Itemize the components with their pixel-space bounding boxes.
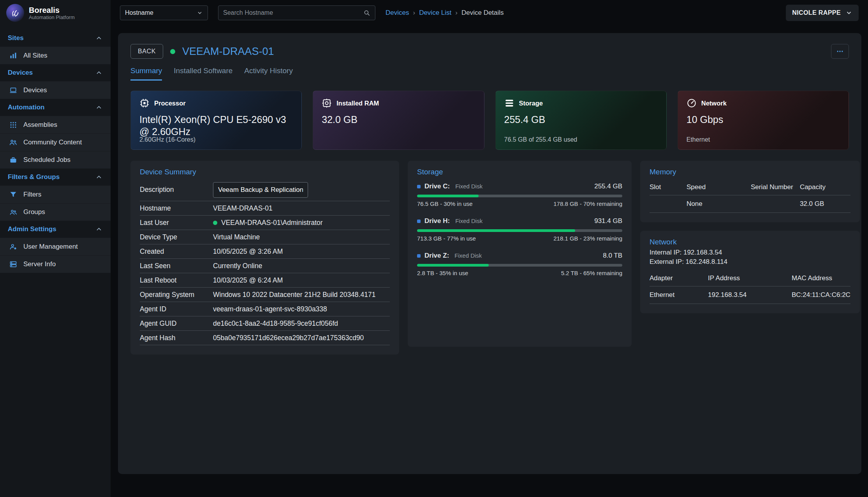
- breadcrumb-devices[interactable]: Devices: [386, 9, 409, 17]
- sidebar-section-devices[interactable]: Devices: [0, 64, 111, 81]
- row-label: Last Reboot: [140, 276, 213, 285]
- section-label: Sites: [8, 34, 24, 42]
- dropdown-value: Hostname: [125, 9, 153, 16]
- sidebar-item-scheduled-jobs[interactable]: Scheduled Jobs: [0, 151, 111, 169]
- device-summary-panel: Device Summary Description Hostname VEEA…: [130, 161, 399, 355]
- panel-title: Storage: [417, 168, 622, 176]
- drive-usage-fill: [417, 264, 489, 267]
- row-value: veeam-draas-01-agent-svc-8930a338: [213, 305, 327, 313]
- network-card: Network 10 Gbps Ethernet: [678, 91, 849, 150]
- processor-icon: [139, 98, 150, 108]
- sidebar-item-filters[interactable]: Filters: [0, 186, 111, 203]
- sidebar-section-sites[interactable]: Sites: [0, 30, 111, 47]
- brand-subtitle: Automation Platform: [29, 14, 75, 20]
- description-input[interactable]: [213, 182, 308, 198]
- search-box: [218, 5, 375, 20]
- more-options-button[interactable]: [831, 44, 849, 59]
- row-label: Agent ID: [140, 305, 213, 313]
- processor-card: Processor Intel(R) Xeon(R) CPU E5-2690 v…: [130, 91, 302, 150]
- stat-card-subtext: 76.5 GB of 255.4 GB used: [504, 136, 577, 143]
- sidebar-item-server-info[interactable]: Server Info: [0, 255, 111, 273]
- sidebar: Borealis Automation Platform Sites All S…: [0, 0, 111, 497]
- sidebar-section-admin-settings[interactable]: Admin Settings: [0, 221, 111, 238]
- sidebar-section-filters-groups[interactable]: Filters & Groups: [0, 169, 111, 186]
- column-header: IP Address: [708, 274, 792, 282]
- user-name: NICOLE RAPPE: [792, 9, 841, 16]
- chevron-down-icon: [197, 10, 203, 16]
- column-header: Serial Number: [751, 183, 800, 191]
- external-ip: External IP: 162.248.8.114: [650, 258, 850, 266]
- drive-name: Drive C:: [424, 183, 450, 190]
- row-label: Last Seen: [140, 262, 213, 270]
- topbar: Hostname Devices › Device List › Device …: [111, 0, 868, 26]
- network-panel: Network Internal IP: 192.168.3.54 Extern…: [640, 231, 860, 313]
- row-label: Device Type: [140, 233, 213, 241]
- section-label: Filters & Groups: [8, 173, 60, 181]
- storage-card: Storage 255.4 GB 76.5 GB of 255.4 GB use…: [495, 91, 667, 150]
- drive-remaining-text: 5.2 TB - 65% remaining: [561, 270, 622, 276]
- section-label: Admin Settings: [8, 225, 56, 233]
- installed-ram-card: Installed RAM 32.0 GB: [313, 91, 484, 150]
- sidebar-item-groups[interactable]: Groups: [0, 203, 111, 221]
- drive-bullet-icon: [417, 254, 421, 258]
- sidebar-item-label: Assemblies: [23, 121, 57, 129]
- summary-row-last-user: Last User VEEAM-DRAAS-01\Administrator: [140, 216, 390, 230]
- sidebar-item-label: Server Info: [23, 260, 56, 268]
- search-field-dropdown[interactable]: Hostname: [120, 5, 208, 20]
- adapter-mac: BC:24:11:CA:C6:2C: [792, 291, 850, 299]
- sidebar-item-user-management[interactable]: User Management: [0, 238, 111, 255]
- sidebar-section-automation[interactable]: Automation: [0, 99, 111, 116]
- drive-usage-fill: [417, 229, 575, 232]
- memory-table-row: None 32.0 GB: [650, 195, 850, 213]
- section-label: Automation: [8, 104, 44, 111]
- drive-bullet-icon: [417, 220, 421, 223]
- device-online-status-dot: [170, 49, 175, 54]
- summary-row-hostname: Hostname VEEAM-DRAAS-01: [140, 201, 390, 216]
- chevron-down-icon: [845, 9, 852, 16]
- tab-activity-history[interactable]: Activity History: [244, 67, 293, 81]
- sidebar-item-devices[interactable]: Devices: [0, 81, 111, 99]
- stat-card-subtext: 2.60GHz (16-Cores): [139, 136, 195, 143]
- row-value: 05ba0e7935171d626ecea29b27d7ae175363cd90: [213, 334, 364, 342]
- search-icon[interactable]: [363, 9, 370, 16]
- drive-usage-bar: [417, 264, 622, 267]
- summary-row-agent-id: Agent ID veeam-draas-01-agent-svc-8930a3…: [140, 302, 390, 316]
- filters-icon: [9, 191, 17, 198]
- row-label: Agent GUID: [140, 320, 213, 328]
- drive-used-text: 713.3 GB - 77% in use: [417, 235, 476, 242]
- back-button[interactable]: BACK: [130, 44, 163, 59]
- column-header: MAC Address: [792, 274, 850, 282]
- summary-row-agent-hash: Agent Hash 05ba0e7935171d626ecea29b27d7a…: [140, 331, 390, 345]
- storage-panel: Storage Drive C: Fixed Disk 255.4 GB 76.…: [408, 161, 632, 347]
- right-column: Memory Slot Speed Serial Number Capacity…: [640, 161, 860, 313]
- ellipsis-icon: [836, 47, 844, 55]
- row-label: Created: [140, 248, 213, 256]
- stat-card-title: Network: [701, 100, 727, 107]
- drive-used-text: 2.8 TB - 35% in use: [417, 270, 468, 276]
- search-input[interactable]: [223, 9, 363, 16]
- chevron-up-icon: [95, 225, 103, 233]
- breadcrumb: Devices › Device List › Device Details: [386, 9, 504, 17]
- groups-icon: [9, 208, 17, 216]
- column-header: Speed: [687, 183, 751, 191]
- summary-row-operating-system: Operating System Windows 10 2022 Datacen…: [140, 288, 390, 302]
- row-value: 10/05/2025 @ 3:26 AM: [213, 248, 283, 256]
- drive-z: Drive Z: Fixed Disk 8.0 TB 2.8 TB - 35% …: [417, 252, 622, 276]
- row-value: VEEAM-DRAAS-01\Administrator: [221, 219, 323, 227]
- stat-card-subtext: Ethernet: [687, 136, 710, 143]
- adapter-ip: 192.168.3.54: [708, 291, 792, 299]
- sidebar-item-community-content[interactable]: Community Content: [0, 133, 111, 151]
- breadcrumb-device-list[interactable]: Device List: [419, 9, 451, 17]
- borealis-logo-icon: [6, 4, 24, 22]
- sidebar-item-assemblies[interactable]: Assemblies: [0, 116, 111, 133]
- tab-installed-software[interactable]: Installed Software: [174, 67, 232, 81]
- row-label: Last User: [140, 219, 213, 227]
- drive-bullet-icon: [417, 185, 421, 188]
- adapter-name: Ethernet: [650, 291, 708, 299]
- stat-card-value: Intel(R) Xeon(R) CPU E5-2690 v3 @ 2.60GH…: [139, 114, 287, 138]
- sidebar-item-all-sites[interactable]: All Sites: [0, 47, 111, 64]
- tab-summary[interactable]: Summary: [130, 67, 162, 81]
- stat-cards: Processor Intel(R) Xeon(R) CPU E5-2690 v…: [130, 91, 849, 150]
- drive-usage-bar: [417, 229, 622, 232]
- user-menu-button[interactable]: NICOLE RAPPE: [786, 5, 859, 21]
